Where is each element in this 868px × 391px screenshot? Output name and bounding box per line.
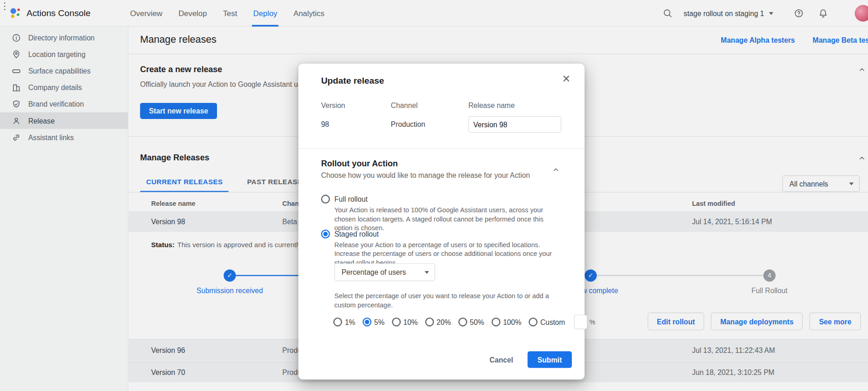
- percentage-hint: Select the percentage of user you want t…: [334, 292, 561, 311]
- percent-1-label[interactable]: 1%: [345, 318, 355, 326]
- full-rollout-radio[interactable]: [321, 195, 330, 204]
- percent-5-label[interactable]: 5%: [374, 318, 385, 326]
- version-label: Version: [321, 101, 345, 109]
- channel-value: Production: [391, 120, 425, 128]
- percent-suffix: %: [589, 318, 595, 326]
- staged-rollout-label[interactable]: Staged rollout: [334, 230, 379, 238]
- dialog-footer: Cancel Submit: [490, 351, 572, 368]
- percent-custom-label[interactable]: Custom: [540, 318, 565, 326]
- full-rollout-label[interactable]: Full rollout: [334, 195, 367, 204]
- percent-20-radio[interactable]: [425, 317, 434, 326]
- percent-10-radio[interactable]: [392, 317, 400, 326]
- percent-100-radio[interactable]: [491, 317, 500, 326]
- percent-50-radio[interactable]: [458, 317, 467, 326]
- version-value: 98: [321, 120, 329, 128]
- percent-20-label[interactable]: 20%: [437, 318, 451, 326]
- channel-label: Channel: [391, 101, 417, 109]
- actions-console-app: Actions Console Overview Develop Test De…: [0, 0, 868, 391]
- staged-rollout-radio[interactable]: [321, 230, 330, 238]
- collapse-section-icon[interactable]: [552, 166, 560, 174]
- rollout-section-subtitle: Choose how you would like to manage the …: [321, 171, 530, 179]
- percent-50-label[interactable]: 50%: [470, 318, 484, 326]
- update-release-dialog: Update release × Version Channel Release…: [298, 63, 585, 380]
- percent-10-label[interactable]: 10%: [403, 318, 417, 326]
- percent-100-label[interactable]: 100%: [503, 318, 521, 326]
- close-icon[interactable]: ×: [562, 72, 570, 85]
- rollout-mode-value: Percentage of users: [342, 268, 406, 276]
- chevron-down-icon: [425, 271, 429, 273]
- release-name-input[interactable]: [468, 116, 561, 133]
- divider: [298, 148, 585, 149]
- rollout-mode-select[interactable]: Percentage of users: [334, 263, 435, 281]
- percent-5-radio[interactable]: [362, 317, 371, 326]
- dialog-title: Update release: [321, 76, 384, 86]
- release-name-label: Release name: [468, 101, 515, 109]
- full-rollout-description: Your Action is released to 100% of Googl…: [334, 206, 562, 232]
- rollout-section-title: Rollout your Action: [321, 159, 398, 168]
- percentage-options: 1% 5% 10% 20% 50% 100% Custom %: [333, 314, 595, 330]
- percent-custom-radio[interactable]: [529, 317, 537, 326]
- submit-button[interactable]: Submit: [527, 351, 571, 368]
- percent-1-radio[interactable]: [333, 317, 342, 326]
- custom-percent-input[interactable]: [574, 315, 587, 329]
- cancel-button[interactable]: Cancel: [490, 356, 513, 364]
